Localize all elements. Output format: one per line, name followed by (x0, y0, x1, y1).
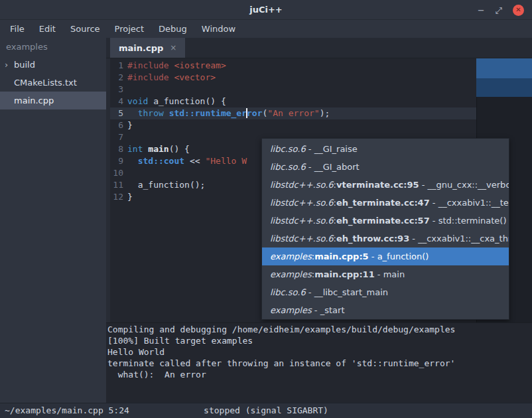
menubar: FileEditSourceProjectDebugWindow (0, 20, 532, 38)
backtrace-item[interactable]: libc.so.6 - __libc_start_main (262, 283, 509, 301)
line-number: 11 (110, 179, 123, 191)
chevron-right-icon: › (5, 56, 14, 74)
code-line[interactable]: 5 throw std::runtime_error("An error"); (110, 107, 532, 119)
tab-main-cpp[interactable]: main.cpp × (110, 38, 185, 58)
line-number: 12 (110, 191, 123, 203)
close-icon: ✕ (515, 7, 521, 13)
output-line: Hello World (107, 346, 531, 358)
output-panel: Compiling and debugging /home/eidheim/ex… (106, 322, 532, 403)
backtrace-item[interactable]: libstdc++.so.6:eh_terminate.cc:47 - __cx… (262, 194, 509, 212)
backtrace-item[interactable]: libstdc++.so.6:eh_terminate.cc:57 - std:… (262, 212, 509, 230)
line-number: 4 (110, 96, 123, 107)
titlebar: juCi++ − ⤢ ✕ (0, 0, 532, 20)
output-line: [100%] Built target examples (107, 335, 531, 346)
line-number: 10 (110, 167, 123, 179)
backtrace-item[interactable]: libc.so.6 - __GI_abort (262, 158, 509, 176)
output-line: Compiling and debugging /home/eidheim/ex… (107, 324, 531, 335)
backtrace-popup: libc.so.6 - __GI_raiselibc.so.6 - __GI_a… (261, 138, 509, 320)
tabbar: main.cpp × (106, 38, 532, 58)
line-number: 9 (110, 155, 123, 167)
minimap-highlight-top (476, 58, 532, 78)
line-number: 7 (110, 131, 123, 143)
backtrace-item[interactable]: libstdc++.so.6:eh_throw.cc:93 - __cxxabi… (262, 230, 509, 247)
menu-item-source[interactable]: Source (63, 21, 107, 36)
backtrace-item[interactable]: libc.so.6 - __GI_raise (262, 140, 509, 158)
minimap-highlight-bottom (476, 78, 532, 97)
sidebar-item-cmakelists[interactable]: CMakeLists.txt (0, 74, 106, 92)
code-line[interactable]: 3 (110, 84, 532, 96)
line-number: 6 (110, 119, 123, 131)
output-line: what(): An error (107, 369, 531, 380)
statusbar-file-position: ~/examples/main.cpp 5:24 (5, 403, 129, 418)
code-line[interactable]: 2#include <vector> (110, 72, 532, 84)
tab-label: main.cpp (119, 43, 163, 53)
menu-item-edit[interactable]: Edit (32, 21, 63, 36)
menu-item-project[interactable]: Project (107, 21, 151, 36)
project-name-header: examples (0, 38, 106, 56)
menu-item-file[interactable]: File (3, 21, 32, 36)
line-number: 3 (110, 84, 123, 96)
backtrace-item[interactable]: examples:main.cpp:11 - main (262, 265, 509, 283)
line-number: 1 (110, 60, 123, 72)
code-line[interactable]: 4void a_function() { (110, 96, 532, 107)
statusbar: ~/examples/main.cpp 5:24 stopped (signal… (0, 403, 532, 418)
window-controls: − ⤢ ✕ (478, 0, 524, 20)
tab-close-icon[interactable]: × (170, 43, 176, 52)
sidebar-item-label: main.cpp (14, 92, 54, 109)
sidebar-item-label: CMakeLists.txt (14, 74, 77, 92)
code-line[interactable]: 6} (110, 119, 532, 131)
code-line[interactable]: 1#include <iostream> (110, 60, 532, 72)
backtrace-item[interactable]: libstdc++.so.6:vterminate.cc:95 - __gnu_… (262, 176, 509, 194)
sidebar-item-main-cpp[interactable]: main.cpp (0, 92, 106, 109)
menu-item-window[interactable]: Window (194, 21, 243, 36)
line-number: 5 (110, 107, 123, 119)
close-button[interactable]: ✕ (513, 5, 524, 16)
backtrace-item[interactable]: examples - _start (262, 301, 509, 319)
minimize-icon[interactable]: − (478, 6, 485, 15)
output-line: terminate called after throwing an insta… (107, 358, 531, 369)
sidebar-item-build[interactable]: › build (0, 56, 106, 74)
statusbar-debug-status: stopped (signal SIGABRT) (204, 403, 328, 418)
editor-minimap (476, 58, 532, 97)
backtrace-item[interactable]: examples:main.cpp:5 - a_function() (262, 247, 509, 265)
window-title: juCi++ (249, 5, 283, 15)
line-number: 2 (110, 72, 123, 84)
sidebar-item-label: build (14, 56, 35, 74)
file-tree-sidebar: examples › build CMakeLists.txt main.cpp (0, 38, 106, 403)
restore-icon[interactable]: ⤢ (496, 6, 502, 15)
menu-item-debug[interactable]: Debug (151, 21, 194, 36)
line-number: 8 (110, 143, 123, 155)
